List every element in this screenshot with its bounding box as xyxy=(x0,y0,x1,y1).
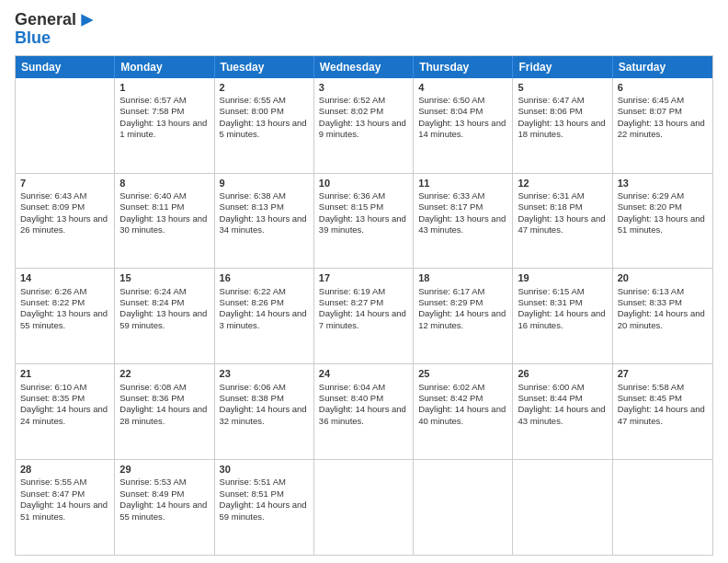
day-number: 26 xyxy=(518,367,607,380)
daylight-text: Daylight: 13 hours and 5 minutes. xyxy=(220,118,309,141)
day-number: 2 xyxy=(220,81,309,94)
calendar-row: 7Sunrise: 6:43 AMSunset: 8:09 PMDaylight… xyxy=(16,174,712,270)
calendar-cell: 18Sunrise: 6:17 AMSunset: 8:29 PMDayligh… xyxy=(414,269,513,363)
daylight-text: Daylight: 14 hours and 59 minutes. xyxy=(220,500,309,523)
day-number: 28 xyxy=(20,463,109,476)
logo-icon xyxy=(78,11,97,29)
calendar-cell: 21Sunrise: 6:10 AMSunset: 8:35 PMDayligh… xyxy=(16,364,115,459)
calendar-row: 28Sunrise: 5:55 AMSunset: 8:47 PMDayligh… xyxy=(16,460,712,555)
sunset-text: Sunset: 8:47 PM xyxy=(20,488,109,500)
calendar-cell: 9Sunrise: 6:38 AMSunset: 8:13 PMDaylight… xyxy=(215,174,314,269)
sunrise-text: Sunrise: 6:22 AM xyxy=(220,286,309,297)
day-number: 12 xyxy=(518,177,607,190)
calendar-cell: 1Sunrise: 6:57 AMSunset: 7:58 PMDaylight… xyxy=(115,78,214,173)
calendar-cell xyxy=(414,460,513,555)
sunrise-text: Sunrise: 6:10 AM xyxy=(20,382,109,393)
sunrise-text: Sunrise: 6:36 AM xyxy=(319,190,408,201)
sunrise-text: Sunrise: 6:45 AM xyxy=(618,95,708,106)
daylight-text: Daylight: 13 hours and 59 minutes. xyxy=(119,308,209,331)
calendar-header: SundayMondayTuesdayWednesdayThursdayFrid… xyxy=(16,56,712,78)
calendar-cell: 25Sunrise: 6:02 AMSunset: 8:42 PMDayligh… xyxy=(414,364,513,459)
daylight-text: Daylight: 14 hours and 36 minutes. xyxy=(319,404,408,427)
page-header: General Blue xyxy=(15,11,713,48)
sunrise-text: Sunrise: 6:40 AM xyxy=(119,190,209,201)
daylight-text: Daylight: 13 hours and 43 minutes. xyxy=(418,213,507,236)
day-number: 20 xyxy=(618,271,708,284)
sunset-text: Sunset: 8:40 PM xyxy=(319,393,408,404)
day-number: 25 xyxy=(418,367,507,380)
daylight-text: Daylight: 13 hours and 26 minutes. xyxy=(20,213,109,236)
daylight-text: Daylight: 13 hours and 39 minutes. xyxy=(319,213,408,236)
calendar-cell: 15Sunrise: 6:24 AMSunset: 8:24 PMDayligh… xyxy=(115,269,214,363)
calendar-cell: 22Sunrise: 6:08 AMSunset: 8:36 PMDayligh… xyxy=(115,364,214,459)
calendar-header-day: Sunday xyxy=(16,56,115,78)
calendar-cell: 20Sunrise: 6:13 AMSunset: 8:33 PMDayligh… xyxy=(613,269,712,363)
sunrise-text: Sunrise: 6:04 AM xyxy=(319,382,408,393)
sunrise-text: Sunrise: 6:00 AM xyxy=(518,382,607,393)
day-number: 18 xyxy=(418,271,507,284)
sunset-text: Sunset: 7:58 PM xyxy=(119,106,209,117)
sunset-text: Sunset: 8:11 PM xyxy=(119,201,209,213)
calendar-cell: 16Sunrise: 6:22 AMSunset: 8:26 PMDayligh… xyxy=(215,269,314,363)
sunset-text: Sunset: 8:22 PM xyxy=(20,297,109,308)
calendar-row: 14Sunrise: 6:26 AMSunset: 8:22 PMDayligh… xyxy=(16,269,712,364)
day-number: 21 xyxy=(20,367,109,380)
calendar-cell: 30Sunrise: 5:51 AMSunset: 8:51 PMDayligh… xyxy=(215,460,314,555)
sunset-text: Sunset: 8:44 PM xyxy=(518,393,607,404)
daylight-text: Daylight: 13 hours and 34 minutes. xyxy=(220,213,309,236)
daylight-text: Daylight: 14 hours and 28 minutes. xyxy=(119,404,209,427)
sunrise-text: Sunrise: 6:24 AM xyxy=(119,286,209,297)
sunrise-text: Sunrise: 6:50 AM xyxy=(418,95,507,106)
sunset-text: Sunset: 8:49 PM xyxy=(119,488,209,500)
sunset-text: Sunset: 8:33 PM xyxy=(618,297,708,308)
sunrise-text: Sunrise: 6:47 AM xyxy=(518,95,607,106)
calendar-cell: 28Sunrise: 5:55 AMSunset: 8:47 PMDayligh… xyxy=(16,460,115,555)
sunrise-text: Sunrise: 6:43 AM xyxy=(20,190,109,201)
calendar-header-day: Thursday xyxy=(414,56,513,78)
sunset-text: Sunset: 8:17 PM xyxy=(418,201,507,213)
sunrise-text: Sunrise: 6:38 AM xyxy=(220,190,309,201)
calendar-cell: 8Sunrise: 6:40 AMSunset: 8:11 PMDaylight… xyxy=(115,174,214,269)
sunset-text: Sunset: 8:06 PM xyxy=(518,106,607,117)
day-number: 27 xyxy=(618,367,708,380)
sunset-text: Sunset: 8:35 PM xyxy=(20,393,109,404)
sunrise-text: Sunrise: 6:19 AM xyxy=(319,286,408,297)
sunset-text: Sunset: 8:42 PM xyxy=(418,393,507,404)
calendar-cell: 24Sunrise: 6:04 AMSunset: 8:40 PMDayligh… xyxy=(314,364,414,459)
calendar-row: 1Sunrise: 6:57 AMSunset: 7:58 PMDaylight… xyxy=(16,78,712,174)
sunrise-text: Sunrise: 6:31 AM xyxy=(518,190,607,201)
day-number: 11 xyxy=(418,177,507,190)
daylight-text: Daylight: 13 hours and 55 minutes. xyxy=(20,308,109,331)
day-number: 13 xyxy=(618,177,708,190)
sunrise-text: Sunrise: 5:51 AM xyxy=(220,477,309,488)
daylight-text: Daylight: 14 hours and 12 minutes. xyxy=(418,308,507,331)
sunrise-text: Sunrise: 6:08 AM xyxy=(119,382,209,393)
calendar-body: 1Sunrise: 6:57 AMSunset: 7:58 PMDaylight… xyxy=(16,78,712,555)
calendar-cell: 11Sunrise: 6:33 AMSunset: 8:17 PMDayligh… xyxy=(414,174,513,269)
calendar-cell: 27Sunrise: 5:58 AMSunset: 8:45 PMDayligh… xyxy=(613,364,712,459)
calendar-cell xyxy=(16,78,115,173)
calendar: SundayMondayTuesdayWednesdayThursdayFrid… xyxy=(15,55,713,556)
calendar-header-day: Saturday xyxy=(613,56,712,78)
daylight-text: Daylight: 14 hours and 32 minutes. xyxy=(220,404,309,427)
daylight-text: Daylight: 14 hours and 47 minutes. xyxy=(618,404,708,427)
calendar-cell xyxy=(613,460,712,555)
sunset-text: Sunset: 8:27 PM xyxy=(319,297,408,308)
calendar-cell: 2Sunrise: 6:55 AMSunset: 8:00 PMDaylight… xyxy=(215,78,314,173)
sunset-text: Sunset: 8:29 PM xyxy=(418,297,507,308)
sunrise-text: Sunrise: 5:53 AM xyxy=(119,477,209,488)
sunrise-text: Sunrise: 5:55 AM xyxy=(20,477,109,488)
calendar-cell: 3Sunrise: 6:52 AMSunset: 8:02 PMDaylight… xyxy=(314,78,414,173)
daylight-text: Daylight: 13 hours and 1 minute. xyxy=(119,118,209,141)
day-number: 17 xyxy=(319,271,408,284)
sunrise-text: Sunrise: 6:33 AM xyxy=(418,190,507,201)
day-number: 15 xyxy=(119,271,209,284)
daylight-text: Daylight: 14 hours and 40 minutes. xyxy=(418,404,507,427)
daylight-text: Daylight: 14 hours and 43 minutes. xyxy=(518,404,607,427)
day-number: 7 xyxy=(20,177,109,190)
sunset-text: Sunset: 8:36 PM xyxy=(119,393,209,404)
sunset-text: Sunset: 8:26 PM xyxy=(220,297,309,308)
day-number: 1 xyxy=(119,81,209,94)
day-number: 10 xyxy=(319,177,408,190)
daylight-text: Daylight: 13 hours and 18 minutes. xyxy=(518,118,607,141)
